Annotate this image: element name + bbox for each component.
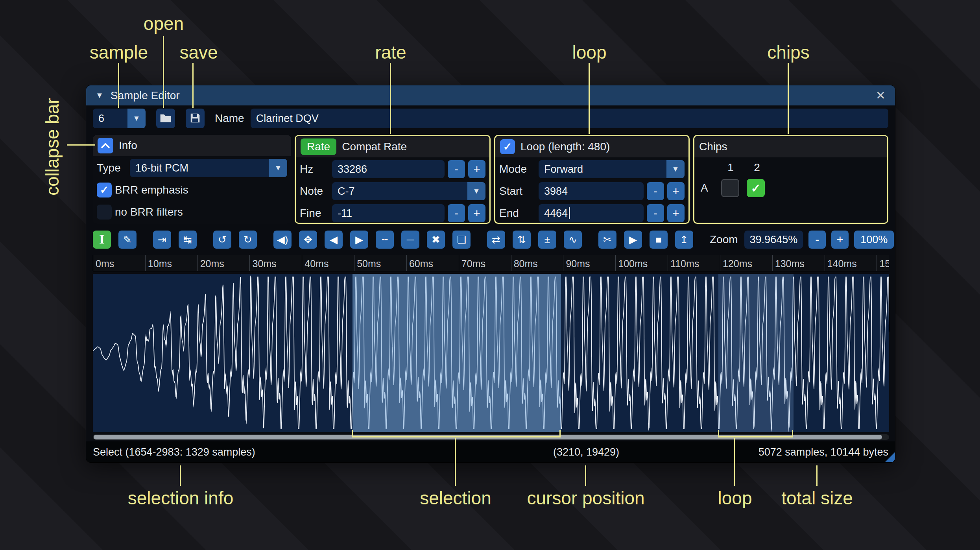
invert-button[interactable]: ⇅ bbox=[513, 231, 531, 249]
type-dropdown[interactable]: 16-bit PCM ▼ bbox=[130, 159, 287, 177]
loop-end-decrease-button[interactable]: - bbox=[647, 204, 664, 222]
window-collapse-icon[interactable]: ▼ bbox=[96, 91, 103, 100]
loop-enable-checkbox[interactable]: ✓ bbox=[500, 139, 515, 154]
zoom-label: Zoom bbox=[710, 233, 738, 246]
resample-button[interactable]: ↹ bbox=[179, 231, 197, 249]
annotation-selection-info: selection info bbox=[128, 488, 234, 508]
chevron-down-icon[interactable]: ▼ bbox=[269, 159, 287, 177]
ruler-label: 20ms bbox=[200, 258, 224, 269]
ruler-tick bbox=[668, 255, 668, 271]
insert-silence-button[interactable]: ╌ bbox=[376, 231, 394, 249]
floppy-disk-icon bbox=[189, 112, 201, 125]
check-icon: ✓ bbox=[503, 140, 512, 153]
fade-in-icon: ◀ bbox=[330, 234, 338, 245]
zoom-in-button[interactable]: + bbox=[831, 231, 849, 249]
annotation-collapse-bar: collapse bar bbox=[42, 98, 63, 196]
loop-start-increase-button[interactable]: + bbox=[667, 182, 685, 200]
loop-end-input[interactable]: 4464 bbox=[539, 204, 644, 222]
open-button[interactable] bbox=[156, 109, 175, 128]
chevron-down-icon[interactable]: ▼ bbox=[666, 160, 685, 178]
loop-end-increase-button[interactable]: + bbox=[667, 204, 685, 222]
preview-button[interactable]: ▶ bbox=[624, 231, 642, 249]
resize-button[interactable]: ⇥ bbox=[153, 231, 171, 249]
redo-button[interactable]: ↻ bbox=[239, 231, 257, 249]
tab-rate[interactable]: Rate bbox=[301, 138, 336, 155]
delete-button[interactable]: ✖ bbox=[427, 231, 445, 249]
note-value: C-7 bbox=[332, 185, 467, 197]
fade-in-button[interactable]: ◀ bbox=[325, 231, 343, 249]
resample-icon: ↹ bbox=[183, 234, 192, 245]
apply-silence-icon: ─ bbox=[407, 234, 414, 245]
loop-region-overlay[interactable] bbox=[718, 274, 794, 432]
titlebar[interactable]: ▼ Sample Editor ✕ bbox=[86, 85, 895, 105]
trim-button[interactable]: ❏ bbox=[452, 231, 471, 249]
loop-mode-dropdown[interactable]: Forward ▼ bbox=[539, 160, 685, 178]
resize-grip[interactable] bbox=[885, 452, 895, 462]
sample-selector[interactable]: 6 ▼ bbox=[93, 109, 146, 128]
ruler-label: 120ms bbox=[723, 258, 752, 269]
undo-button[interactable]: ↺ bbox=[213, 231, 231, 249]
ruler-tick bbox=[354, 255, 354, 271]
reverse-button[interactable]: ⇄ bbox=[487, 231, 505, 249]
edit-mode-draw-button[interactable]: ✎ bbox=[118, 231, 137, 249]
ruler-tick bbox=[459, 255, 459, 271]
ruler-label: 0ms bbox=[96, 258, 114, 269]
name-input[interactable]: Clarinet DQV bbox=[251, 109, 888, 128]
annotation-line-loop-top bbox=[589, 63, 590, 134]
fade-out-button[interactable]: ▶ bbox=[350, 231, 368, 249]
annotation-save: save bbox=[179, 42, 218, 63]
annotation-line-sample bbox=[118, 63, 119, 108]
zoom-reset-button[interactable]: 100% bbox=[854, 231, 894, 249]
loop-start-decrease-button[interactable]: - bbox=[647, 182, 664, 200]
info-panel-body: Type 16-bit PCM ▼ ✓ BRR emphasis ✓ bbox=[93, 156, 291, 224]
brr-emphasis-checkbox[interactable]: ✓ bbox=[97, 183, 112, 197]
zoom-out-button[interactable]: - bbox=[808, 231, 826, 249]
annotation-cursor-position: cursor position bbox=[527, 488, 644, 508]
create-wavetable-button[interactable]: ↥ bbox=[675, 231, 693, 249]
fade-out-icon: ▶ bbox=[355, 234, 363, 245]
tab-compat-rate[interactable]: Compat Rate bbox=[342, 140, 407, 153]
toolbar: I✎⇥↹↺↻◀)✥◀▶╌─✖❏⇄⇅±∿✂▶■↥ Zoom 39.9645% - … bbox=[93, 229, 888, 251]
name-value: Clarinet DQV bbox=[256, 113, 319, 125]
chevron-down-icon[interactable]: ▼ bbox=[127, 109, 146, 128]
filter-button[interactable]: ∿ bbox=[564, 231, 582, 249]
insert-silence-icon: ╌ bbox=[382, 234, 388, 245]
hz-decrease-button[interactable]: - bbox=[448, 160, 465, 178]
zoom-input[interactable]: 39.9645% bbox=[744, 231, 803, 249]
chip-2-checkbox[interactable]: ✓ bbox=[747, 179, 765, 197]
note-dropdown[interactable]: C-7 ▼ bbox=[332, 182, 485, 200]
toolbar-group: ⇥↹ bbox=[153, 231, 197, 249]
loop-start-input[interactable]: 3984 bbox=[539, 182, 644, 200]
ruler-label: 130ms bbox=[775, 258, 805, 269]
crossfade-loop-points-button[interactable]: ✂ bbox=[598, 231, 616, 249]
chips-panel-body: 1 2 A ✓ ✓ bbox=[694, 157, 887, 223]
no-brr-filters-checkbox[interactable]: ✓ bbox=[97, 205, 112, 220]
edit-mode-select-button[interactable]: I bbox=[93, 231, 111, 249]
waveform-view[interactable] bbox=[93, 274, 889, 432]
sign-invert-button[interactable]: ± bbox=[538, 231, 556, 249]
ruler-label: 140ms bbox=[827, 258, 857, 269]
resize-icon: ⇥ bbox=[158, 234, 166, 245]
hz-input[interactable]: 33286 bbox=[332, 160, 445, 178]
collapse-info-button[interactable] bbox=[98, 138, 113, 153]
apply-silence-button[interactable]: ─ bbox=[401, 231, 419, 249]
selection-overlay[interactable] bbox=[353, 274, 561, 432]
annotation-loop-top: loop bbox=[572, 42, 607, 63]
save-button[interactable] bbox=[186, 109, 205, 128]
normalize-button[interactable]: ✥ bbox=[299, 231, 317, 249]
fine-increase-button[interactable]: + bbox=[468, 204, 485, 222]
hz-increase-button[interactable]: + bbox=[468, 160, 485, 178]
chevron-down-icon[interactable]: ▼ bbox=[467, 182, 485, 200]
invert-icon: ⇅ bbox=[517, 234, 526, 245]
sample-number: 6 bbox=[93, 113, 127, 125]
hz-value: 33286 bbox=[338, 163, 367, 175]
stop-preview-button[interactable]: ■ bbox=[650, 231, 668, 249]
chip-column-2: 2 bbox=[747, 161, 766, 174]
ruler-tick bbox=[772, 255, 773, 271]
fine-input[interactable]: -11 bbox=[332, 204, 445, 222]
amplify-button[interactable]: ◀) bbox=[273, 231, 292, 249]
close-icon[interactable]: ✕ bbox=[876, 89, 886, 102]
sample-header-row: 6 ▼ Name Clarinet DQV bbox=[93, 108, 888, 129]
chip-1-checkbox[interactable]: ✓ bbox=[721, 179, 739, 197]
fine-decrease-button[interactable]: - bbox=[448, 204, 465, 222]
